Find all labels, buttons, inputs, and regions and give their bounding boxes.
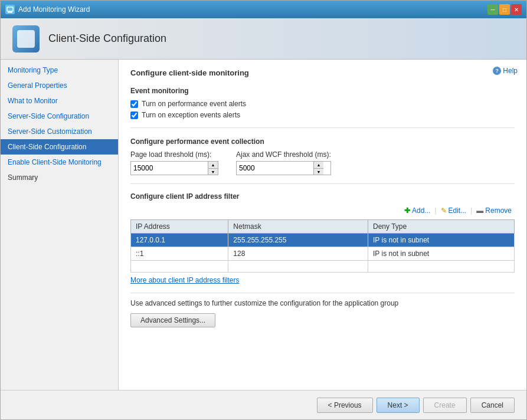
edit-button[interactable]: ✎ Edit... [438, 205, 470, 216]
add-icon: ✚ [404, 206, 410, 215]
help-label: Help [503, 67, 518, 75]
col-deny: Deny Type [368, 220, 515, 234]
next-label: Next > [388, 401, 408, 409]
add-label: Add... [412, 206, 430, 215]
next-button[interactable]: Next > [377, 398, 420, 413]
exception-alerts-label: Turn on exception events alerts [142, 111, 240, 119]
previous-label: < Previous [328, 401, 362, 409]
ip-table: IP Address Netmask Deny Type 127.0.0.1 2… [130, 219, 515, 273]
ajax-down[interactable]: ▼ [314, 168, 323, 175]
event-monitoring-title: Event monitoring [130, 87, 515, 95]
ajax-label: Ajax and WCF threshold (ms): [236, 150, 331, 159]
header-title: Client-Side Configuration [48, 32, 166, 45]
page-load-down[interactable]: ▼ [208, 168, 218, 175]
advanced-section: Use advanced settings to further customi… [130, 293, 515, 327]
ip-table-header: IP Address Netmask Deny Type [131, 220, 515, 234]
svg-rect-0 [7, 7, 13, 11]
ip-toolbar: ✚ Add... | ✎ Edit... | ▬ Remove [130, 205, 515, 216]
remove-button[interactable]: ▬ Remove [473, 205, 515, 216]
previous-button[interactable]: < Previous [317, 398, 373, 413]
main-panel: ? Help Configure client-side monitoring … [119, 60, 526, 390]
ajax-up[interactable]: ▲ [314, 162, 323, 168]
close-button[interactable]: ✕ [511, 4, 522, 15]
page-load-input-wrap: ▲ ▼ [130, 161, 218, 175]
empty-cell [228, 261, 368, 273]
window-controls: ─ □ ✕ [487, 4, 522, 15]
edit-icon: ✎ [441, 206, 447, 215]
add-button[interactable]: ✚ Add... [401, 205, 433, 216]
ip-table-body: 127.0.0.1 255.255.255.255 IP is not in s… [131, 234, 515, 273]
ajax-input[interactable] [237, 162, 313, 175]
sidebar-item-server-side-config[interactable]: Server-Side Configuration [1, 109, 118, 124]
table-row-empty [131, 261, 515, 273]
section-title: Configure client-side monitoring [130, 68, 515, 80]
title-bar: Add Monitoring Wizard ─ □ ✕ [1, 1, 526, 18]
minimize-button[interactable]: ─ [487, 4, 498, 15]
cell-deny: IP is not in subnet [368, 247, 515, 261]
help-link[interactable]: ? Help [493, 67, 518, 75]
cell-ip: 127.0.0.1 [131, 234, 228, 247]
page-load-up[interactable]: ▲ [208, 162, 218, 168]
col-netmask: Netmask [228, 220, 368, 234]
ajax-input-wrap: ▲ ▼ [236, 161, 331, 175]
cancel-label: Cancel [482, 401, 503, 409]
perf-alerts-checkbox[interactable] [130, 100, 138, 108]
sidebar-item-enable-client-side[interactable]: Enable Client-Side Monitoring [1, 155, 118, 170]
cancel-button[interactable]: Cancel [470, 398, 515, 413]
window-icon [5, 5, 15, 14]
create-button[interactable]: Create [423, 398, 467, 413]
main-window: Add Monitoring Wizard ─ □ ✕ Client-Side … [0, 0, 527, 420]
ip-filter-title: Configure client IP address filter [130, 192, 515, 201]
dialog-header: Client-Side Configuration [1, 18, 526, 60]
advanced-settings-label: Advanced Settings... [140, 316, 205, 324]
perf-collection-title: Configure performance event collection [130, 137, 515, 146]
exception-alerts-row: Turn on exception events alerts [130, 111, 515, 119]
perf-alerts-label: Turn on performance event alerts [142, 100, 246, 108]
more-link[interactable]: More about client IP address filters [130, 276, 240, 284]
header-icon-inner [17, 30, 35, 48]
col-ip: IP Address [131, 220, 228, 234]
page-load-spinner: ▲ ▼ [208, 162, 218, 175]
page-load-input[interactable] [131, 162, 208, 175]
table-header-row: IP Address Netmask Deny Type [131, 220, 515, 234]
remove-label: Remove [485, 206, 512, 215]
edit-label: Edit... [449, 206, 467, 215]
sidebar-item-summary: Summary [1, 170, 118, 185]
cell-ip: ::1 [131, 247, 228, 261]
sidebar-item-general-properties[interactable]: General Properties [1, 78, 118, 93]
table-row[interactable]: ::1 128 IP is not in subnet [131, 247, 515, 261]
ajax-field: Ajax and WCF threshold (ms): ▲ ▼ [236, 150, 331, 175]
performance-section: Configure performance event collection P… [130, 127, 515, 175]
perf-alerts-row: Turn on performance event alerts [130, 100, 515, 108]
sidebar-item-what-to-monitor[interactable]: What to Monitor [1, 93, 118, 109]
page-load-field: Page load threshold (ms): ▲ ▼ [130, 150, 218, 175]
sidebar: Monitoring TypeGeneral PropertiesWhat to… [1, 60, 119, 390]
ajax-spinner: ▲ ▼ [313, 162, 323, 175]
sidebar-item-server-side-custom[interactable]: Server-Side Customization [1, 124, 118, 139]
help-icon: ? [493, 67, 501, 75]
page-load-label: Page load threshold (ms): [130, 150, 218, 159]
header-icon [12, 25, 40, 52]
empty-cell [368, 261, 515, 273]
table-row[interactable]: 127.0.0.1 255.255.255.255 IP is not in s… [131, 234, 515, 247]
content-area: Monitoring TypeGeneral PropertiesWhat to… [1, 60, 526, 390]
cell-deny: IP is not in subnet [368, 234, 515, 247]
create-label: Create [434, 401, 456, 409]
sep2: | [470, 206, 472, 215]
advanced-description: Use advanced settings to further customi… [130, 299, 515, 307]
window-title: Add Monitoring Wizard [18, 5, 487, 14]
advanced-settings-button[interactable]: Advanced Settings... [130, 313, 215, 327]
dialog-footer: < Previous Next > Create Cancel [1, 390, 526, 419]
maximize-button[interactable]: □ [499, 4, 510, 15]
sidebar-item-client-side-config[interactable]: Client-Side Configuration [1, 139, 118, 155]
cell-netmask: 128 [228, 247, 368, 261]
sidebar-item-monitoring-type[interactable]: Monitoring Type [1, 63, 118, 78]
remove-icon: ▬ [476, 206, 483, 215]
ip-filter-section: Configure client IP address filter ✚ Add… [130, 183, 515, 284]
sep1: | [434, 206, 436, 215]
cell-netmask: 255.255.255.255 [228, 234, 368, 247]
more-link-text: More about client IP address filters [130, 276, 240, 284]
exception-alerts-checkbox[interactable] [130, 111, 138, 119]
threshold-row: Page load threshold (ms): ▲ ▼ Ajax and W… [130, 150, 515, 175]
empty-cell [131, 261, 228, 273]
